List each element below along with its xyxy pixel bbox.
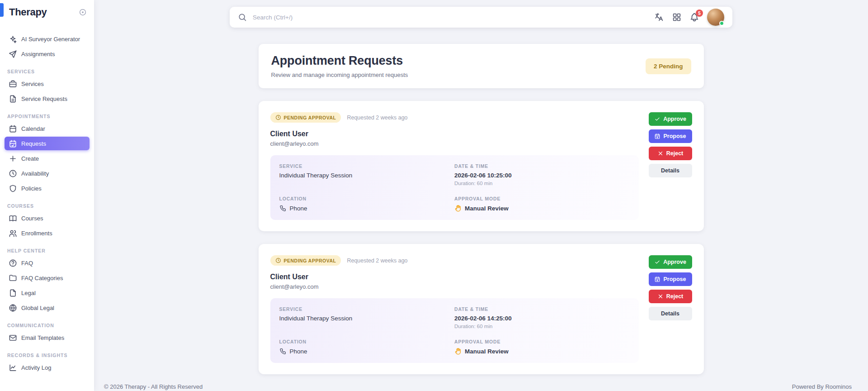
request-details-panel: Service Individual Therapy Session Date … (270, 155, 639, 220)
request-actions: Approve Propose Reject Details (649, 255, 692, 363)
sidebar-item-assignments[interactable]: Assignments (5, 47, 90, 61)
x-icon (657, 293, 664, 300)
sidebar-item-label: Legal (21, 290, 36, 296)
approve-button[interactable]: Approve (649, 255, 692, 269)
requested-ago: Requested 2 weeks ago (347, 257, 407, 264)
client-email: client@arleyo.com (270, 140, 639, 147)
mail-icon (9, 334, 17, 342)
sparkles-icon (9, 35, 17, 43)
sidebar-item-enrollments[interactable]: Enrollments (5, 226, 90, 240)
approval-mode-text: Manual Review (465, 348, 509, 355)
location-text: Phone (290, 205, 307, 212)
datetime-field: Date & Time 2026-02-06 10:25:00 Duration… (454, 163, 630, 186)
top-navbar: 5 (230, 7, 732, 28)
globe-icon (9, 304, 17, 312)
page-subtitle: Review and manage incoming appointment r… (271, 72, 408, 78)
approve-button[interactable]: Approve (649, 112, 692, 126)
sidebar-item-courses[interactable]: Courses (5, 211, 90, 225)
hand-icon (454, 205, 462, 212)
send-icon (9, 50, 17, 58)
propose-button[interactable]: Propose (649, 129, 692, 143)
approval-mode-value: Manual Review (454, 205, 630, 212)
sidebar-item-label: Assignments (21, 51, 55, 57)
notification-badge: 5 (696, 10, 703, 17)
sidebar-item-label: Enrollments (21, 230, 52, 237)
approval-mode-field: Approval Mode Manual Review (454, 339, 630, 355)
sidebar-item-services[interactable]: Services (5, 77, 90, 91)
brand-accent-bar (0, 3, 4, 17)
sidebar-item-ai-surveyor-generator[interactable]: AI Surveyor Generator (5, 32, 90, 46)
sidebar-item-requests[interactable]: Requests (5, 137, 90, 150)
sidebar-pin-icon[interactable] (79, 8, 87, 16)
sidebar-item-global-legal[interactable]: Global Legal (5, 301, 90, 315)
sidebar-item-label: Global Legal (21, 305, 54, 311)
book-icon (9, 214, 17, 223)
propose-label: Propose (663, 133, 686, 139)
notifications-button[interactable]: 5 (689, 12, 699, 22)
x-icon (657, 150, 664, 157)
service-field: Service Individual Therapy Session (279, 306, 455, 329)
requested-ago: Requested 2 weeks ago (347, 114, 407, 121)
approval-mode-label: Approval Mode (454, 339, 630, 344)
details-button[interactable]: Details (649, 307, 692, 320)
calendar-plus-icon (654, 133, 660, 139)
search[interactable] (238, 13, 654, 22)
propose-label: Propose (663, 276, 686, 282)
sidebar-item-calendar[interactable]: Calendar (5, 122, 90, 135)
sidebar-item-label: Create (21, 155, 39, 162)
folder-icon (9, 274, 17, 282)
reject-button[interactable]: Reject (649, 147, 692, 160)
shield-icon (9, 184, 17, 193)
page-heading-group: Appointment Requests Review and manage i… (271, 54, 408, 78)
activity-icon (9, 363, 17, 372)
pending-count-badge: 2 Pending (646, 58, 691, 74)
sidebar-item-legal[interactable]: Legal (5, 286, 90, 300)
sidebar-item-create[interactable]: Create (5, 152, 90, 165)
page-title: Appointment Requests (271, 54, 408, 68)
location-field: Location Phone (279, 196, 455, 212)
clock-icon (9, 169, 17, 178)
plus-icon (9, 154, 17, 163)
sidebar-section-header: Records & Insights (7, 353, 87, 358)
sidebar-item-label: Service Requests (21, 95, 67, 102)
approval-mode-text: Manual Review (465, 205, 509, 212)
details-button[interactable]: Details (649, 164, 692, 177)
sidebar-item-policies[interactable]: Policies (5, 181, 90, 195)
client-email: client@arleyo.com (270, 283, 639, 290)
sidebar-item-label: Availability (21, 170, 49, 177)
page-content: Appointment Requests Review and manage i… (259, 28, 704, 374)
reject-button[interactable]: Reject (649, 290, 692, 303)
sidebar-item-availability[interactable]: Availability (5, 167, 90, 180)
service-label: Service (279, 306, 455, 312)
reject-label: Reject (666, 150, 684, 157)
request-actions: Approve Propose Reject Details (649, 112, 692, 220)
reject-label: Reject (666, 293, 684, 300)
status-badge: Pending Approval (270, 255, 341, 266)
shortcuts-grid-icon[interactable] (672, 12, 682, 22)
search-input[interactable] (252, 14, 654, 21)
sidebar-item-service-requests[interactable]: Service Requests (5, 92, 90, 105)
datetime-label: Date & Time (454, 306, 630, 312)
service-value: Individual Therapy Session (279, 315, 455, 322)
request-details-panel: Service Individual Therapy Session Date … (270, 298, 639, 363)
sidebar-nav: AI Surveyor GeneratorAssignmentsServices… (0, 18, 94, 391)
sidebar-item-label: Courses (21, 215, 43, 222)
sidebar-item-label: AI Surveyor Generator (21, 36, 80, 43)
request-card: Pending Approval Requested 2 weeks ago C… (259, 101, 704, 231)
approval-mode-label: Approval Mode (454, 196, 630, 201)
details-label: Details (661, 310, 679, 317)
approve-label: Approve (663, 259, 686, 265)
sidebar-item-faq-categories[interactable]: FAQ Categories (5, 271, 90, 285)
avatar[interactable] (707, 9, 724, 26)
sidebar-item-email-templates[interactable]: Email Templates (5, 331, 90, 344)
language-icon[interactable] (654, 12, 664, 22)
file-icon (9, 289, 17, 297)
details-label: Details (661, 167, 679, 174)
sidebar-item-label: Requests (21, 140, 46, 147)
service-value: Individual Therapy Session (279, 172, 455, 179)
footer: © 2026 Therapy - All Rights Reserved Pow… (94, 374, 868, 391)
sidebar-item-faq[interactable]: FAQ (5, 256, 90, 270)
propose-button[interactable]: Propose (649, 272, 692, 286)
search-icon (238, 13, 247, 22)
sidebar-item-activity-log[interactable]: Activity Log (5, 361, 90, 374)
